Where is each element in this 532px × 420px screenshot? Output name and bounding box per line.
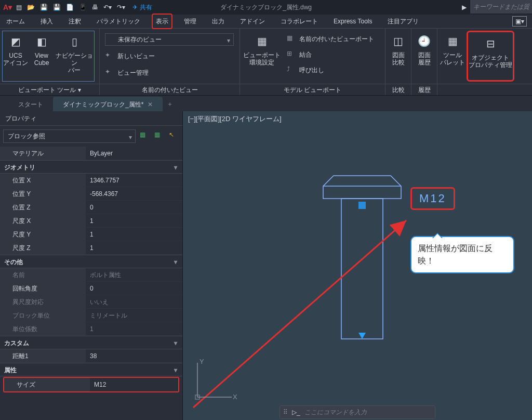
- svg-text:Y: Y: [200, 358, 204, 365]
- prop-posy-key: 位置 Y: [0, 187, 86, 200]
- prop-posx-value[interactable]: 1346.7757: [86, 174, 182, 187]
- prop-size-value[interactable]: M12: [90, 378, 178, 391]
- prop-rotation-key: 回転角度: [0, 282, 86, 295]
- ucs-icon-button[interactable]: ◩UCS アイコン: [3, 31, 29, 81]
- open-icon[interactable]: 📂: [27, 4, 35, 11]
- tab-featured[interactable]: 注目アプリ: [388, 15, 419, 28]
- prop-scalez-value[interactable]: 1: [86, 241, 182, 254]
- tab-insert[interactable]: 挿入: [41, 15, 53, 28]
- share-label: 共有: [140, 3, 152, 12]
- command-line[interactable]: ⠿ ▷_ ここにコマンドを入力: [280, 405, 435, 419]
- drawing-canvas[interactable]: [−][平面図][2D ワイヤフレーム] M12 属性情報が図面に反映！: [183, 111, 532, 420]
- view-combo[interactable]: 未保存のビュー: [105, 33, 234, 46]
- prop-rotation-value[interactable]: 0: [86, 282, 182, 295]
- tab-parametric[interactable]: パラメトリック: [97, 15, 140, 28]
- prop-distance-value[interactable]: 38: [86, 349, 182, 362]
- prop-blockunit-value: ミリメートル: [86, 309, 182, 322]
- redo-icon[interactable]: ↷▾: [117, 4, 125, 11]
- dwg-compare-button[interactable]: ◫図面 比較: [388, 31, 409, 82]
- merge-icon: ⊞: [287, 50, 296, 59]
- properties-title: プロパティ: [0, 111, 182, 126]
- document-title: ダイナミックブロック_属性.dwg: [220, 0, 312, 15]
- prop-name-key: 名前: [0, 268, 86, 281]
- overflow-icon[interactable]: ▶: [462, 0, 467, 15]
- new-view-button[interactable]: 新しいビュー: [117, 52, 155, 61]
- phone-icon[interactable]: 📱: [79, 4, 87, 11]
- view-manage-button[interactable]: ビュー管理: [117, 69, 149, 77]
- tab-home[interactable]: ホーム: [6, 15, 25, 28]
- viewcube-button[interactable]: ◧View Cube: [29, 31, 55, 81]
- prop-name-value: ボルト属性: [86, 268, 182, 281]
- prop-posz-value[interactable]: 0: [86, 201, 182, 214]
- tab-addins[interactable]: アドイン: [240, 15, 265, 28]
- properties-icon: ⊟: [482, 35, 499, 52]
- callout-icon: ⤴: [287, 65, 296, 75]
- tab-start[interactable]: スタート: [8, 97, 53, 111]
- cmd-placeholder: ここにコマンドを入力: [304, 408, 367, 417]
- history-label: 図面 履歴: [418, 51, 431, 66]
- prop-unitfactor-value: 1: [86, 322, 182, 335]
- prop-scalez-key: 尺度 Z: [0, 241, 86, 254]
- navbar-icon: ▯: [66, 33, 83, 50]
- callout-button[interactable]: ⤴呼び出し: [287, 64, 374, 76]
- saveas-icon[interactable]: 💾: [53, 4, 61, 11]
- save-icon[interactable]: 💾: [40, 4, 48, 11]
- tab-view[interactable]: 表示: [152, 14, 172, 29]
- compare-label: 図面 比較: [392, 51, 405, 66]
- prop-posz-key: 位置 Z: [0, 201, 86, 214]
- prop-posy-value[interactable]: -568.4367: [86, 187, 182, 200]
- tab-active-doc[interactable]: ダイナミックブロック_属性*✕: [53, 97, 163, 111]
- tab-manage[interactable]: 管理: [184, 15, 196, 28]
- section-other[interactable]: その他▾: [0, 255, 182, 268]
- tool-palette-label: ツール パレット: [440, 51, 465, 66]
- ribbon-menu-icon[interactable]: ▣▾: [512, 16, 527, 27]
- share-button[interactable]: ✈ 共有: [132, 3, 152, 12]
- tab-annotate[interactable]: 注釈: [69, 15, 81, 28]
- star-icon: ✦: [105, 51, 114, 61]
- prop-scaley-value[interactable]: 1: [86, 228, 182, 241]
- title-bar: A▾ ▤ 📂 💾 💾 📄 📱 🖶 ↶▾ ↷▾ ✈ 共有 ダイナミックブロック_属…: [0, 0, 532, 15]
- navbar-button[interactable]: ▯ナビゲーション バー: [55, 31, 94, 81]
- tab-output[interactable]: 出力: [212, 15, 224, 28]
- prop-scalex-value[interactable]: 1: [86, 214, 182, 227]
- viewport-config-label: ビューポート 環境設定: [243, 51, 281, 66]
- panel-label-named-views: 名前の付いたビュー: [100, 84, 240, 95]
- section-custom[interactable]: カスタム▾: [0, 336, 182, 349]
- dwg-history-button[interactable]: 🕘図面 履歴: [414, 31, 435, 82]
- merge-button[interactable]: ⊞結合: [287, 48, 374, 61]
- search-input[interactable]: キーワードまたは質: [470, 0, 532, 14]
- panel-label-compare: 比較: [385, 84, 411, 95]
- history-icon: 🕘: [416, 33, 433, 49]
- tab-collaborate[interactable]: コラボレート: [281, 15, 318, 28]
- section-geometry[interactable]: ジオメトリ▾: [0, 160, 182, 174]
- section-attributes[interactable]: 属性▾: [0, 363, 182, 376]
- properties-panel: プロパティ ブロック参照 ▦ ▦ ↖ マテリアルByLayer ジオメトリ▾ 位…: [0, 111, 183, 420]
- share-icon: ✈: [132, 4, 138, 11]
- viewcube-label: View Cube: [34, 52, 49, 67]
- tab-express[interactable]: Express Tools: [334, 15, 372, 28]
- quick-select-icon[interactable]: ▦: [140, 131, 150, 141]
- undo-icon[interactable]: ↶▾: [103, 4, 112, 11]
- new-tab-button[interactable]: ＋: [163, 97, 177, 111]
- compare-icon: ◫: [390, 33, 407, 49]
- cursor-icon[interactable]: ↖: [169, 131, 179, 141]
- properties-label: オブジェクト プロパティ管理: [469, 54, 512, 69]
- select-objects-icon[interactable]: ▦: [154, 131, 165, 141]
- object-type-selector[interactable]: ブロック参照: [3, 129, 136, 143]
- prop-blockunit-key: ブロック単位: [0, 309, 86, 322]
- cmd-handle-icon[interactable]: ⠿: [283, 409, 288, 416]
- object-properties-button[interactable]: ⊟オブジェクト プロパティ管理: [468, 33, 513, 69]
- named-viewport-button[interactable]: ▦名前の付いたビューポート: [287, 33, 374, 45]
- viewport-config-button[interactable]: ▦ビューポート 環境設定: [242, 31, 282, 82]
- tool-palette-button[interactable]: ▦ツール パレット: [440, 31, 466, 82]
- new-icon[interactable]: ▤: [16, 4, 22, 11]
- prop-unitfactor-key: 単位係数: [0, 322, 86, 335]
- print-icon[interactable]: 🖶: [92, 4, 98, 11]
- close-icon[interactable]: ✕: [148, 101, 153, 108]
- prop-material-value[interactable]: ByLayer: [86, 147, 182, 160]
- send-icon[interactable]: 📄: [66, 4, 74, 11]
- prop-scaley-key: 尺度 Y: [0, 228, 86, 241]
- panel-label-model-viewport: モデル ビューポート: [240, 84, 385, 95]
- svg-text:X: X: [233, 393, 237, 401]
- annotation-callout: 属性情報が図面に反映！: [410, 236, 514, 273]
